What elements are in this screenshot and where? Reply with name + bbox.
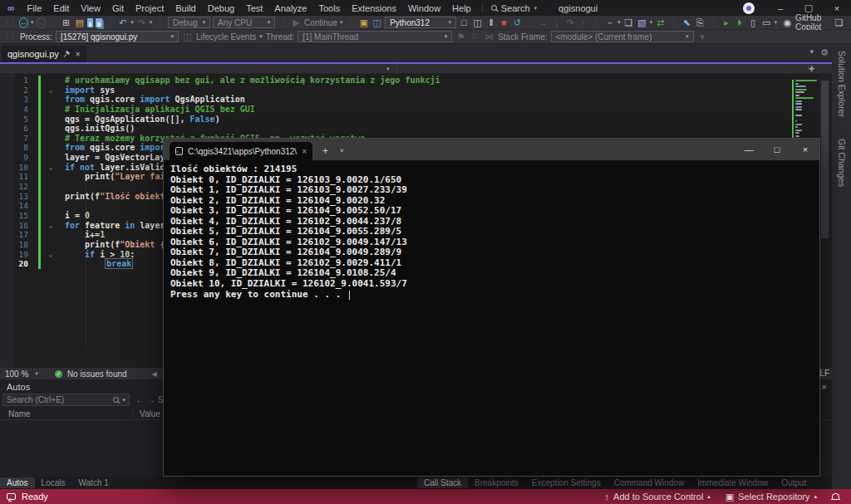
- chevron-down-icon[interactable]: ▾: [31, 19, 34, 26]
- undo-icon[interactable]: ↶: [117, 17, 128, 28]
- maximize-button[interactable]: ▢: [794, 2, 823, 13]
- health-check-icon[interactable]: ✓: [55, 370, 62, 378]
- issues-status[interactable]: No issues found: [67, 369, 127, 379]
- continue-label[interactable]: Continue: [304, 18, 337, 27]
- live-share-icon[interactable]: ⌁: [604, 17, 615, 28]
- copilot-chat-icon[interactable]: ❏: [834, 17, 844, 28]
- startup-project-icon[interactable]: ▣: [358, 17, 369, 28]
- code-line-1[interactable]: 1# uruchamiamy qgisapp bez gui, ale z mo…: [0, 76, 792, 86]
- menu-tools[interactable]: Tools: [312, 3, 346, 13]
- menu-debug[interactable]: Debug: [202, 3, 240, 13]
- rail-tab-git-changes[interactable]: Git Changes: [837, 139, 847, 187]
- save-icon[interactable]: [87, 18, 93, 27]
- notifications-bell-icon[interactable]: [832, 493, 839, 500]
- bookmark-list-icon[interactable]: ▭: [761, 17, 772, 28]
- tab-call-stack[interactable]: Call Stack: [417, 477, 468, 488]
- vertical-scrollbar[interactable]: [819, 74, 831, 368]
- step-over-icon[interactable]: ↷: [565, 17, 576, 28]
- tag-icon[interactable]: ▸: [721, 17, 732, 28]
- feedback-icon[interactable]: ❏: [623, 17, 634, 28]
- navigate-forward-icon[interactable]: →: [37, 17, 46, 28]
- fold-chevron-icon[interactable]: ⌄: [43, 86, 58, 95]
- gear-icon[interactable]: ⚙: [820, 47, 829, 58]
- active-files-dropdown-icon[interactable]: ▾: [810, 47, 814, 58]
- tab-immediate-window[interactable]: Immediate Window: [691, 477, 775, 488]
- tab-exception-settings[interactable]: Exception Settings: [525, 477, 608, 488]
- menu-file[interactable]: File: [22, 3, 48, 13]
- search-control[interactable]: Search ▾: [491, 3, 537, 13]
- menu-view[interactable]: View: [75, 3, 106, 13]
- editor-tab-qgisnogui[interactable]: qgisnogui.py ×: [2, 46, 86, 62]
- pin-icon[interactable]: [64, 51, 71, 57]
- account-avatar[interactable]: [743, 2, 755, 14]
- fold-chevron-icon[interactable]: ⌄: [43, 163, 58, 173]
- terminal-minimize-button[interactable]: —: [735, 144, 763, 154]
- history-forward-icon[interactable]: →: [147, 395, 155, 404]
- line-ending-indicator[interactable]: LF: [819, 369, 829, 378]
- tag-next-icon[interactable]: ⏵: [735, 17, 745, 28]
- minimap[interactable]: [792, 80, 818, 138]
- panel-close-icon[interactable]: ×: [822, 382, 827, 392]
- solution-configuration-dropdown[interactable]: Debug▾: [168, 17, 210, 28]
- package-icon[interactable]: □: [459, 17, 470, 27]
- chevron-down-icon[interactable]: ▾: [650, 19, 653, 26]
- autos-search-box[interactable]: ▾: [2, 394, 130, 406]
- redo-icon[interactable]: ↷: [136, 17, 147, 28]
- fold-chevron-icon[interactable]: ⌄: [43, 221, 58, 231]
- flag-icon[interactable]: ⚑: [455, 32, 466, 42]
- scrollbar-thumb[interactable]: [821, 81, 829, 238]
- new-project-icon[interactable]: ⊞: [61, 17, 71, 28]
- chevron-down-icon[interactable]: ▾: [122, 397, 125, 404]
- feedback-bubble-icon[interactable]: [7, 493, 16, 500]
- code-line-4[interactable]: 4# Inicjalizacja aplikacji QGIS bez GUI: [0, 105, 792, 115]
- navigate-cursor-icon[interactable]: ⬉: [681, 17, 692, 28]
- chevron-down-icon[interactable]: ▾: [130, 19, 134, 26]
- menu-test[interactable]: Test: [240, 3, 268, 13]
- terminal-output[interactable]: Ilość obiektów : 214195Obiekt 0, ID_DZIA…: [170, 164, 816, 300]
- select-repository-button[interactable]: ▣ Select Repository ▴: [726, 492, 817, 502]
- scroll-left-icon[interactable]: ◀: [152, 370, 157, 378]
- step-into-icon[interactable]: ↓: [552, 17, 563, 27]
- menu-build[interactable]: Build: [170, 3, 201, 13]
- lifecycle-events-label[interactable]: Lifecycle Events: [196, 32, 256, 42]
- chevron-down-icon[interactable]: ▾: [340, 19, 343, 26]
- code-line-3[interactable]: 3from qgis.core import QgsApplication: [0, 95, 792, 105]
- toolbar-overflow-icon[interactable]: ▾: [697, 32, 708, 42]
- history-back-icon[interactable]: ←: [135, 395, 144, 404]
- terminal-tab-close-icon[interactable]: ×: [302, 147, 307, 156]
- web-browser-icon[interactable]: ◫: [371, 17, 382, 28]
- tab-close-icon[interactable]: ×: [76, 50, 81, 59]
- toolbar-grip[interactable]: ⋮⋮: [3, 32, 15, 41]
- close-button[interactable]: ×: [823, 3, 851, 13]
- column-value[interactable]: Value: [140, 409, 160, 418]
- new-tab-icon[interactable]: +: [322, 145, 328, 157]
- window-layout-icon[interactable]: ◫: [472, 17, 483, 28]
- call-hierarchy-icon[interactable]: ⎘: [695, 17, 706, 28]
- thread-dropdown[interactable]: [1] MainThread▾: [298, 31, 452, 42]
- restart-icon[interactable]: ↺: [512, 17, 523, 28]
- copilot-label[interactable]: GitHub Copilot: [795, 13, 831, 32]
- tab-breakpoints[interactable]: Breakpoints: [468, 477, 525, 488]
- chevron-down-icon[interactable]: ▾: [259, 33, 263, 40]
- tab-locals[interactable]: Locals: [35, 477, 72, 488]
- chevron-down-icon[interactable]: ▾: [386, 66, 390, 72]
- terminal-title-bar[interactable]: ›_ C:\qgis3421\apps\Python312\ × + ˅ — □…: [164, 139, 819, 160]
- menu-edit[interactable]: Edit: [47, 3, 75, 13]
- show-threads-icon[interactable]: ⋈: [484, 32, 494, 42]
- menu-git[interactable]: Git: [106, 3, 130, 13]
- rail-tab-solution-explorer[interactable]: Solution Explorer: [837, 51, 847, 117]
- bookmark-icon[interactable]: ▯: [748, 17, 759, 28]
- show-next-statement-icon[interactable]: →: [539, 17, 549, 27]
- tab-watch-1[interactable]: Watch 1: [71, 477, 115, 488]
- open-folder-icon[interactable]: ▤: [74, 17, 85, 28]
- zoom-dropdown[interactable]: 100 % ▾: [0, 369, 43, 379]
- flag-threads-icon[interactable]: ⚐: [470, 32, 480, 42]
- process-dropdown[interactable]: [15276] qgisnogui.py▾: [56, 31, 179, 42]
- python-environment-dropdown[interactable]: Python312▾: [385, 17, 456, 28]
- stop-icon[interactable]: ■: [499, 17, 509, 27]
- solution-platform-dropdown[interactable]: Any CPU▾: [213, 17, 275, 28]
- terminal-window[interactable]: ›_ C:\qgis3421\apps\Python312\ × + ˅ — □…: [164, 139, 819, 476]
- github-copilot-icon[interactable]: ◉: [782, 17, 793, 28]
- terminal-close-button[interactable]: ×: [791, 144, 819, 154]
- column-divider[interactable]: [133, 409, 134, 420]
